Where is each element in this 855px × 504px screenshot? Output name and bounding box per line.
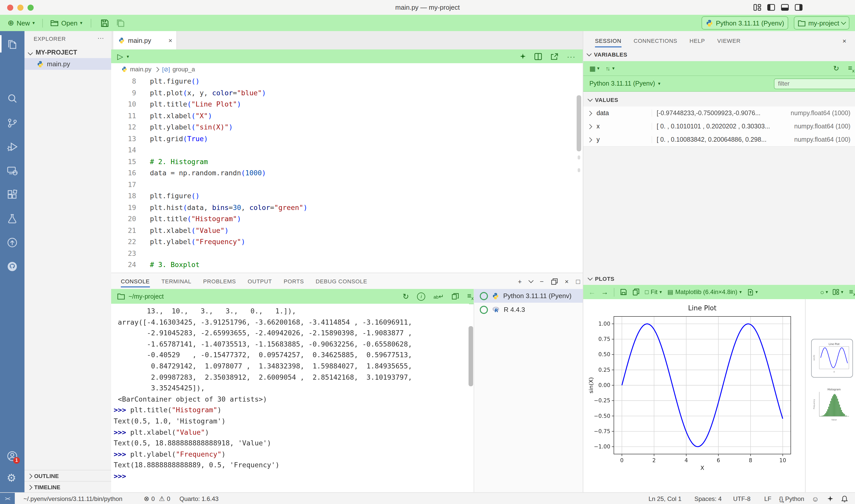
- tab-console[interactable]: CONSOLE: [121, 273, 150, 289]
- refresh-variables-icon[interactable]: ↻: [833, 64, 839, 72]
- tab-problems[interactable]: PROBLEMS: [203, 273, 236, 289]
- zoom-fit-button[interactable]: □Fit▾: [645, 288, 662, 295]
- toggle-secondary-sidebar-icon[interactable]: [795, 4, 802, 11]
- filter-input[interactable]: [774, 78, 855, 89]
- notifications-bell-icon[interactable]: [841, 493, 848, 504]
- session-item-python[interactable]: Python 3.11.11 (Pyenv): [474, 289, 583, 303]
- status-indentation[interactable]: Spaces: 4: [694, 493, 722, 504]
- code-line[interactable]: 12plt.ylabel("sin(X)"): [111, 121, 583, 133]
- code-line[interactable]: 13plt.grid(True): [111, 133, 583, 144]
- timeline-section[interactable]: TIMELINE: [24, 481, 115, 493]
- code-line[interactable]: 21plt.xlabel("Value"): [111, 224, 583, 236]
- tab-terminal[interactable]: TERMINAL: [161, 273, 192, 289]
- breadcrumb-symbol[interactable]: group_a: [173, 66, 195, 73]
- tab-main-py[interactable]: main.py ×: [113, 31, 177, 50]
- tab-session[interactable]: SESSION: [595, 31, 621, 51]
- variables-section-header[interactable]: VARIABLES: [587, 52, 627, 58]
- status-quarto[interactable]: Quarto: 1.6.43: [179, 493, 218, 504]
- close-panel-icon[interactable]: ×: [565, 277, 569, 285]
- remote-indicator[interactable]: ><: [0, 493, 15, 504]
- status-encoding[interactable]: UTF-8: [733, 493, 750, 504]
- tab-close-icon[interactable]: ×: [168, 36, 172, 44]
- export-plot-button[interactable]: ▾: [747, 289, 758, 295]
- code-line[interactable]: 23: [111, 247, 583, 259]
- previous-plot-icon[interactable]: ←: [588, 288, 595, 296]
- sidebar-item-main-py[interactable]: main.py: [24, 58, 123, 70]
- sidebar-project-root[interactable]: MY-PROJECT: [24, 47, 113, 58]
- plot-size-button[interactable]: ▤Matplotlib (6.4in×4.8in)▾: [667, 288, 742, 295]
- variables-view-mode-button[interactable]: ▦▾: [589, 65, 600, 72]
- toggle-primary-sidebar-icon[interactable]: [767, 4, 775, 11]
- customize-layout-icon[interactable]: [753, 4, 761, 11]
- word-wrap-icon[interactable]: ab↵: [434, 292, 444, 300]
- status-cursor-position[interactable]: Ln 25, Col 1: [648, 493, 681, 504]
- github-icon[interactable]: [7, 261, 18, 272]
- open-button[interactable]: Open ▾: [47, 17, 86, 29]
- editor-scrollbar[interactable]: [577, 95, 581, 151]
- values-section-header[interactable]: VALUES: [583, 93, 855, 107]
- save-icon[interactable]: [101, 19, 109, 27]
- plot-thumbnail-line[interactable]: Line PlotXsin(X): [811, 339, 853, 378]
- settings-gear-icon[interactable]: ⚙: [7, 472, 16, 484]
- variable-row-y[interactable]: y [ 0. , 0.10083842, 0.20064886, 0.298..…: [583, 133, 855, 147]
- run-debug-icon[interactable]: [7, 141, 18, 152]
- plot-thumbnail-histogram[interactable]: HistogramValueFrequency: [812, 387, 852, 422]
- tab-debug-console[interactable]: DEBUG CONSOLE: [316, 273, 367, 289]
- code-line[interactable]: 20plt.title("Histogram"): [111, 213, 583, 224]
- duplicate-console-icon[interactable]: [452, 293, 459, 300]
- code-line[interactable]: 10plt.title("Line Plot"): [111, 98, 583, 110]
- new-session-dropdown-icon[interactable]: [529, 278, 534, 283]
- tab-viewer[interactable]: VIEWER: [717, 31, 741, 51]
- run-file-button[interactable]: ▷: [117, 52, 123, 61]
- project-button[interactable]: my-project: [794, 16, 849, 30]
- session-item-r[interactable]: R R 4.4.3: [474, 303, 583, 317]
- run-dropdown-icon[interactable]: ▾: [127, 54, 129, 59]
- open-in-new-window-icon[interactable]: [551, 53, 558, 60]
- maximize-panel-icon[interactable]: □: [576, 277, 580, 285]
- code-line[interactable]: 15# 2. Histogram: [111, 156, 583, 167]
- copy-plot-icon[interactable]: [633, 288, 639, 295]
- save-all-icon[interactable]: [117, 19, 125, 27]
- editor-more-icon[interactable]: ···: [567, 52, 576, 60]
- code-line[interactable]: 17: [111, 179, 583, 190]
- breadcrumb-file[interactable]: main.py: [130, 66, 152, 73]
- console-output[interactable]: 13., 10., 3., 3., 0., 1.]), array([-4.16…: [111, 304, 469, 494]
- explorer-more-icon[interactable]: ···: [97, 34, 104, 42]
- explorer-icon[interactable]: [7, 39, 18, 51]
- variable-row-x[interactable]: x [ 0. , 0.1010101 , 0.2020202 , 0.30303…: [583, 120, 855, 133]
- tab-connections[interactable]: CONNECTIONS: [634, 31, 677, 51]
- close-window-button[interactable]: [7, 4, 13, 11]
- zoom-window-button[interactable]: [28, 4, 34, 11]
- status-eol[interactable]: LF: [764, 493, 771, 504]
- save-plot-icon[interactable]: [620, 288, 627, 295]
- clear-plots-icon[interactable]: ≡x: [849, 287, 855, 297]
- code-line[interactable]: 14: [111, 144, 583, 156]
- code-line[interactable]: 22plt.ylabel("Frequency"): [111, 236, 583, 247]
- sparkle-icon[interactable]: [827, 493, 833, 504]
- restore-panel-icon[interactable]: [551, 278, 557, 285]
- code-line[interactable]: 19plt.hist(data, bins=30, color="green"): [111, 201, 583, 213]
- outline-section[interactable]: OUTLINE: [24, 470, 115, 482]
- variable-row-data[interactable]: data [-0.97448233,-0.75009923,-0.9076...…: [583, 107, 855, 120]
- info-icon[interactable]: i: [417, 292, 425, 301]
- variables-sort-button[interactable]: ↑↓▾: [606, 65, 614, 71]
- code-line[interactable]: 11plt.xlabel("X"): [111, 110, 583, 121]
- tab-ports[interactable]: PORTS: [284, 273, 304, 289]
- code-line[interactable]: 16data = np.random.randn(1000): [111, 167, 583, 179]
- new-session-icon[interactable]: +: [518, 277, 522, 285]
- close-side-panel-icon[interactable]: ×: [842, 31, 846, 51]
- interpreter-button[interactable]: Python 3.11.11 (Pyenv): [701, 16, 788, 30]
- plot-theme-button[interactable]: ○▾: [820, 288, 828, 296]
- feedback-icon[interactable]: ☺: [812, 493, 819, 504]
- extensions-icon[interactable]: [7, 189, 18, 200]
- code-line[interactable]: 18plt.figure(): [111, 190, 583, 201]
- status-problems[interactable]: ⊗0 ⚠0: [144, 493, 170, 504]
- search-view-icon[interactable]: [7, 93, 18, 105]
- clear-console-icon[interactable]: ≡x: [467, 291, 474, 301]
- new-button[interactable]: ⊕ New ▾: [4, 17, 38, 29]
- testing-icon[interactable]: [7, 213, 18, 224]
- tab-help[interactable]: HELP: [690, 31, 705, 51]
- minimize-window-button[interactable]: [17, 4, 23, 11]
- source-control-icon[interactable]: [7, 117, 18, 128]
- status-interpreter-path[interactable]: ~/.pyenv/versions/3.11.11/bin/python: [23, 493, 122, 504]
